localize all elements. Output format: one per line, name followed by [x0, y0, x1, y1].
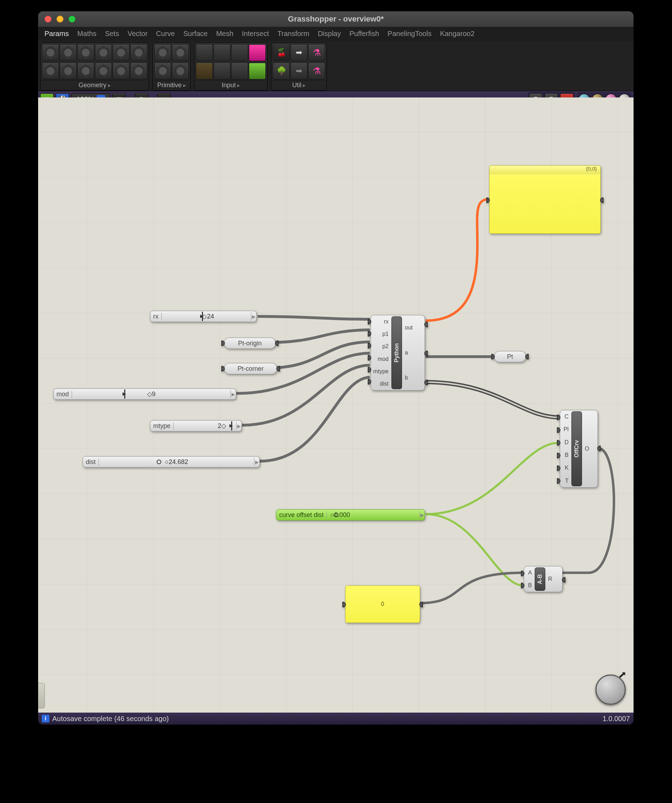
geometry-tool-icon[interactable]	[113, 62, 130, 80]
geometry-tool-icon[interactable]	[95, 62, 112, 80]
geometry-tool-icon[interactable]	[60, 62, 76, 80]
slider-label: mtype	[150, 422, 174, 430]
param-pt-corner[interactable]: Pt-corner	[224, 363, 277, 374]
geometry-tool-icon[interactable]	[77, 44, 94, 61]
primitive-tool-icon[interactable]	[172, 62, 189, 80]
component-name: Python	[394, 343, 400, 362]
port-label: rx	[382, 319, 391, 325]
tab-intersect[interactable]: Intersect	[238, 28, 273, 41]
slider-dist[interactable]: dist ○ 24.682 ▸	[83, 456, 260, 468]
tab-sets[interactable]: Sets	[101, 28, 122, 41]
titlebar[interactable]: Grasshopper - overview0*	[38, 11, 633, 27]
tab-transform[interactable]: Transform	[274, 28, 313, 41]
expand-icon[interactable]: ▸	[303, 82, 306, 89]
tab-surface[interactable]: Surface	[180, 28, 211, 41]
ribbon-group-geometry: Geometry▸	[40, 42, 149, 91]
geometry-tool-icon[interactable]	[113, 44, 130, 61]
geometry-tool-icon[interactable]	[130, 44, 147, 61]
tab-pufferfish[interactable]: Pufferfish	[346, 28, 383, 41]
input-tool-icon[interactable]	[214, 44, 230, 61]
slider-mtype[interactable]: mtype 2 ◇ ▸	[150, 420, 242, 431]
geometry-tool-icon[interactable]	[77, 62, 94, 80]
slider-value: 24.682	[169, 458, 188, 466]
slider-output[interactable]: ▸	[251, 312, 256, 321]
component-core[interactable]: A-B	[535, 567, 545, 591]
input-tool-icon[interactable]	[231, 44, 248, 61]
param-pt-origin[interactable]: Pt-origin	[224, 338, 276, 349]
geometry-tool-icon[interactable]	[130, 62, 147, 80]
component-offcrv[interactable]: C Pl D B K T OffCrv O	[560, 410, 598, 488]
primitive-tool-icon[interactable]	[154, 62, 171, 80]
port-label: out	[403, 325, 419, 331]
canvas-compass[interactable]	[596, 675, 626, 705]
expand-icon[interactable]: ▸	[237, 82, 240, 89]
port-out[interactable]	[424, 380, 428, 385]
slider-mod[interactable]: mod ◇ 9 ▸	[53, 388, 236, 400]
slider-output[interactable]: ▸	[230, 390, 236, 398]
input-tool-icon[interactable]	[249, 62, 266, 80]
tab-params[interactable]: Params	[41, 28, 72, 41]
port-out[interactable]	[562, 577, 565, 583]
port-out[interactable]	[600, 197, 604, 203]
canvas[interactable]: {0;0} 0 rx ◇ 24 ▸ mod ◇ 9 ▸	[38, 98, 633, 713]
slider-output[interactable]: ▸	[236, 422, 242, 430]
expand-icon[interactable]: ▸	[183, 82, 186, 89]
component-subtract[interactable]: A B A-B R	[524, 566, 563, 592]
ribbon-group-util: Util▸	[271, 42, 327, 91]
panel-component[interactable]: {0;0}	[489, 165, 601, 234]
panel-component[interactable]: 0	[345, 585, 420, 623]
port-label: T	[563, 478, 571, 484]
port-label: B	[526, 582, 534, 588]
tab-mesh[interactable]: Mesh	[213, 28, 237, 41]
input-tool-icon[interactable]	[249, 44, 266, 61]
slider-track[interactable]: ○ 24.682	[99, 457, 254, 467]
port-out[interactable]	[424, 322, 428, 327]
slider-track[interactable]: ◇ 9	[72, 389, 230, 399]
slider-label: dist	[83, 458, 99, 466]
geometry-tool-icon[interactable]	[60, 44, 76, 61]
input-tool-icon[interactable]	[196, 44, 213, 61]
util-tool-icon[interactable]	[273, 44, 290, 61]
expand-icon[interactable]: ▸	[108, 82, 111, 89]
component-core[interactable]: Python	[391, 316, 402, 389]
port-label: O	[583, 445, 592, 452]
param-pt[interactable]: Pt	[494, 351, 526, 362]
tab-display[interactable]: Display	[314, 28, 344, 41]
component-python[interactable]: rx p1 p2 mod mtype dist Python out a b	[370, 315, 425, 390]
tab-kangaroo2[interactable]: Kangaroo2	[437, 28, 478, 41]
port-out[interactable]	[424, 351, 428, 356]
tab-maths[interactable]: Maths	[74, 28, 100, 41]
util-tool-icon[interactable]	[291, 44, 307, 61]
component-core[interactable]: OffCrv	[571, 411, 582, 486]
slider-output[interactable]: ▸	[419, 510, 425, 519]
version-label: 1.0.0007	[602, 715, 630, 723]
tab-vector[interactable]: Vector	[124, 28, 151, 41]
util-tool-icon[interactable]	[273, 62, 290, 80]
slider-value: 9	[152, 390, 156, 398]
util-tool-icon[interactable]	[308, 44, 325, 61]
slider-curve-offset-dist[interactable]: curve offset dist ○ 1.000 ▸	[276, 509, 425, 520]
slider-track[interactable]: 2 ◇	[174, 421, 236, 431]
slider-label: curve offset dist	[276, 511, 327, 519]
slider-track[interactable]: ◇ 24	[162, 311, 251, 322]
port-out[interactable]	[597, 445, 601, 451]
port-out[interactable]	[419, 602, 423, 607]
util-tool-icon[interactable]	[291, 62, 307, 80]
ribbon-group-label: Primitive	[157, 81, 182, 89]
tab-curve[interactable]: Curve	[153, 28, 178, 41]
primitive-tool-icon[interactable]	[154, 44, 171, 61]
input-tool-icon[interactable]	[231, 62, 248, 80]
geometry-tool-icon[interactable]	[95, 44, 112, 61]
status-bar: i Autosave complete (46 seconds ago) 1.0…	[38, 713, 633, 725]
slider-track[interactable]: ○ 1.000	[327, 510, 419, 520]
util-tool-icon[interactable]	[308, 62, 325, 80]
primitive-tool-icon[interactable]	[172, 44, 189, 61]
markov-tab[interactable]	[38, 683, 45, 709]
tab-panelingtools[interactable]: PanelingTools	[384, 28, 435, 41]
input-tool-icon[interactable]	[214, 62, 230, 80]
input-tool-icon[interactable]	[196, 62, 213, 80]
slider-rx[interactable]: rx ◇ 24 ▸	[150, 311, 256, 322]
geometry-tool-icon[interactable]	[42, 62, 59, 80]
geometry-tool-icon[interactable]	[42, 44, 59, 61]
slider-output[interactable]: ▸	[254, 458, 260, 466]
